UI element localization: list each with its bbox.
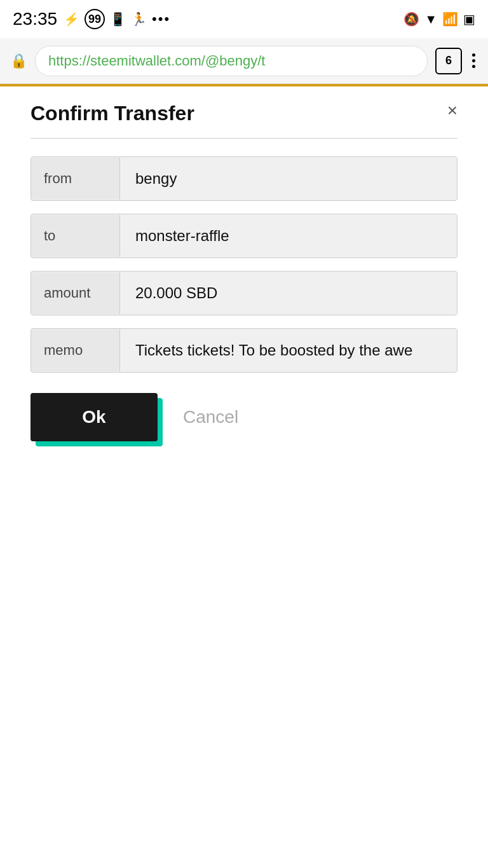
to-value: monster-raffle: [120, 214, 457, 258]
modal-header: Confirm Transfer ×: [30, 102, 458, 125]
cancel-button[interactable]: Cancel: [183, 393, 238, 441]
amount-label: amount: [31, 272, 120, 314]
status-bar: 23:35 ⚡ 99 📱 🏃 ••• 🔕 ▼ 📶 ▣: [0, 0, 488, 38]
lock-icon: 🔒: [10, 53, 27, 69]
modal-title: Confirm Transfer: [30, 102, 194, 125]
bell-muted-icon: 🔕: [403, 11, 419, 27]
status-icons-right: 🔕 ▼ 📶 ▣: [403, 11, 475, 27]
menu-dot: [472, 59, 475, 62]
memo-label: memo: [31, 329, 120, 371]
menu-dot: [472, 53, 475, 57]
browser-menu-button[interactable]: [470, 51, 478, 71]
more-icon: •••: [152, 11, 170, 27]
button-row: Ok Cancel: [30, 393, 458, 441]
menu-dot: [472, 65, 475, 68]
from-field: from bengy: [30, 156, 458, 201]
confirm-transfer-modal: Confirm Transfer × from bengy to monster…: [15, 86, 473, 462]
screen-icon: 📱: [110, 11, 126, 27]
wifi-icon: ▼: [424, 12, 437, 27]
browser-url-bar[interactable]: https://steemitwallet.com/@bengy/t: [35, 46, 428, 76]
notification-count-icon: 99: [85, 9, 105, 29]
to-label: to: [31, 215, 120, 257]
browser-bar: 🔒 https://steemitwallet.com/@bengy/t 6: [0, 38, 488, 84]
ok-button[interactable]: Ok: [30, 393, 158, 441]
signal-icon: 📶: [442, 11, 458, 27]
tab-count-badge[interactable]: 6: [435, 48, 462, 74]
memo-field: memo Tickets tickets! To be boosted by t…: [30, 328, 458, 373]
no-sim-icon: ▣: [463, 11, 475, 27]
status-bar-left: 23:35 ⚡ 99 📱 🏃 •••: [13, 9, 170, 29]
status-time: 23:35: [13, 9, 57, 29]
to-field: to monster-raffle: [30, 214, 458, 258]
page-content: Confirm Transfer × from bengy to monster…: [0, 86, 488, 487]
memo-value: Tickets tickets! To be boosted by the aw…: [120, 329, 457, 372]
bolt-icon: ⚡: [64, 11, 79, 27]
ok-button-wrapper: Ok: [30, 393, 158, 441]
modal-divider: [30, 138, 458, 139]
from-label: from: [31, 158, 120, 200]
amount-value: 20.000 SBD: [120, 272, 457, 315]
close-button[interactable]: ×: [447, 102, 458, 120]
status-icons-left: ⚡ 99 📱 🏃 •••: [64, 9, 170, 29]
amount-field: amount 20.000 SBD: [30, 271, 458, 315]
from-value: bengy: [120, 157, 457, 200]
activity-icon: 🏃: [131, 11, 147, 27]
